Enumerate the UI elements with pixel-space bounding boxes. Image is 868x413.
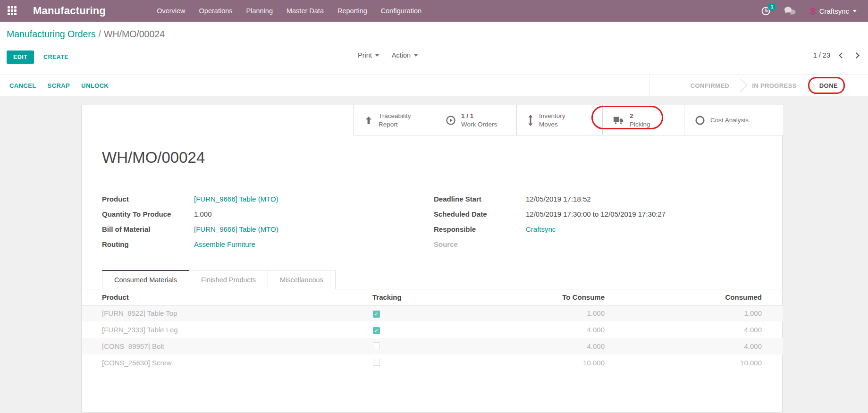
picking-label: Picking [630,120,650,129]
field-quantity-to-produce: Quantity To Produce 1.000 [102,206,366,221]
activities-button[interactable]: 1 [761,6,771,16]
tracking-checkbox: ✓ [373,342,380,349]
statusbar: CANCEL SCRAP UNLOCK CONFIRMED IN PROGRES… [0,75,868,96]
action-label: Action [392,51,411,59]
chevron-down-icon [414,54,418,57]
row-product: [FURN_8522] Table Top [82,305,369,321]
picking-count: 2 [630,112,650,120]
cost-analysis-label: Cost Analysis [710,116,749,125]
create-button[interactable]: CREATE [43,54,68,60]
column-header-tracking: Tracking [369,289,430,305]
control-panel: Manufacturing Orders/WH/MO/00024 EDIT CR… [0,22,868,75]
field-routing-value[interactable]: Assemble Furniture [194,240,255,248]
app-title: Manufacturing [33,5,106,17]
field-routing: Routing Assemble Furniture [102,236,366,252]
work-orders-label: Work Orders [461,120,497,129]
stat-button-inventory-moves[interactable]: Inventory Moves [516,105,602,135]
breadcrumb: Manufacturing Orders/WH/MO/00024 [7,29,165,40]
pager-count: 1 / 23 [813,51,830,59]
tracking-checkbox: ✓ [373,327,380,334]
row-to-consume: 10.000 [430,354,605,371]
chat-icon [784,6,797,16]
field-bom-value[interactable]: [FURN_9666] Table (MTO) [194,225,278,233]
apps-grid-icon[interactable] [8,6,17,16]
chevron-down-icon [853,10,857,12]
user-name: Craftsync [819,7,849,15]
row-to-consume: 4.000 [430,338,605,354]
field-routing-label: Routing [102,240,194,248]
field-deadline-label: Deadline Start [434,195,526,203]
traceability-line1: Traceability [379,112,411,120]
tracking-checkbox: ✓ [373,311,380,318]
state-in-progress[interactable]: IN PROGRESS [752,82,797,89]
user-menu[interactable]: S Craftsync [809,6,857,16]
arrow-up-icon [364,116,373,125]
row-consumed: 1.000 [605,305,783,321]
circle-chart-icon [695,115,705,126]
unlock-button[interactable]: UNLOCK [81,82,109,89]
stat-button-cost-analysis[interactable]: Cost Analysis [684,105,783,135]
state-arrow-icon [801,79,815,92]
chevron-down-icon [375,54,379,57]
form-sheet: Traceability Report 1 / 1 Work Orders In… [81,105,783,413]
edit-button[interactable]: EDIT [7,51,34,64]
pager-previous-icon[interactable] [839,52,845,59]
stat-button-work-orders[interactable]: 1 / 1 Work Orders [435,105,516,135]
table-row[interactable]: [FURN_2333] Table Leg ✓ 4.000 4.000 [82,321,783,338]
field-bom-label: Bill of Material [102,225,194,233]
cancel-button[interactable]: CANCEL [9,82,36,89]
column-header-product: Product [82,289,369,305]
field-scheduled-label: Scheduled Date [434,210,526,218]
breadcrumb-current: WH/MO/00024 [104,29,165,39]
field-responsible-value[interactable]: Craftsync [526,225,556,233]
tracking-checkbox: ✓ [373,359,380,366]
statusbar-states: CONFIRMED IN PROGRESS DONE [649,75,868,96]
menu-planning[interactable]: Planning [246,7,273,15]
page-title: WH/MO/00024 [102,149,205,167]
tab-finished-products[interactable]: Finished Products [189,270,268,289]
field-source-label: Source [434,240,526,248]
row-consumed: 4.000 [605,338,783,354]
state-done[interactable]: DONE [819,82,838,89]
messages-button[interactable] [784,6,797,16]
truck-icon [613,115,624,126]
menu-operations[interactable]: Operations [199,7,233,15]
tab-miscellaneous[interactable]: Miscellaneous [268,270,336,289]
row-product: [CONS_89957] Bolt [82,338,369,354]
menu-reporting[interactable]: Reporting [337,7,367,15]
table-row[interactable]: [CONS_89957] Bolt ✓ 4.000 4.000 [82,338,783,354]
state-confirmed[interactable]: CONFIRMED [691,82,729,89]
scrap-button[interactable]: SCRAP [48,82,70,89]
menu-overview[interactable]: Overview [157,7,185,15]
work-orders-count: 1 / 1 [461,112,497,120]
menu-master-data[interactable]: Master Data [287,7,324,15]
field-product-label: Product [102,195,194,203]
stat-button-picking[interactable]: 2 Picking [602,105,684,135]
menu-configuration[interactable]: Configuration [381,7,421,15]
field-product-value[interactable]: [FURN_9666] Table (MTO) [194,195,278,203]
check-icon: ✓ [374,328,379,333]
field-scheduled-date: Scheduled Date 12/05/2019 17:30:00 to 12… [434,206,764,221]
notebook: Consumed Materials Finished Products Mis… [82,270,782,289]
field-quantity-label: Quantity To Produce [102,210,194,218]
print-dropdown[interactable]: Print [358,51,379,59]
tab-consumed-materials[interactable]: Consumed Materials [102,270,189,289]
table-row[interactable]: [FURN_8522] Table Top ✓ 1.000 1.000 [82,305,783,321]
avatar: S [809,6,816,16]
field-responsible-label: Responsible [434,225,526,233]
table-row[interactable]: [CONS_25630] Screw ✓ 10.000 10.000 [82,354,783,371]
consumed-materials-table: Product Tracking To Consume Consumed [FU… [82,289,783,371]
field-product: Product [FURN_9666] Table (MTO) [102,191,366,206]
breadcrumb-parent-link[interactable]: Manufacturing Orders [7,29,96,39]
field-responsible: Responsible Craftsync [434,221,764,236]
row-to-consume: 1.000 [430,305,605,321]
pager-next-icon[interactable] [853,52,860,59]
action-dropdown[interactable]: Action [392,51,418,59]
inventory-line2: Moves [539,120,565,129]
row-consumed: 10.000 [605,354,783,371]
field-quantity-value: 1.000 [194,210,212,218]
breadcrumb-separator: / [96,29,104,39]
stat-button-box: Traceability Report 1 / 1 Work Orders In… [353,105,783,135]
field-deadline-start: Deadline Start 12/05/2019 17:18:52 [434,191,764,206]
stat-button-traceability-report[interactable]: Traceability Report [353,105,435,135]
